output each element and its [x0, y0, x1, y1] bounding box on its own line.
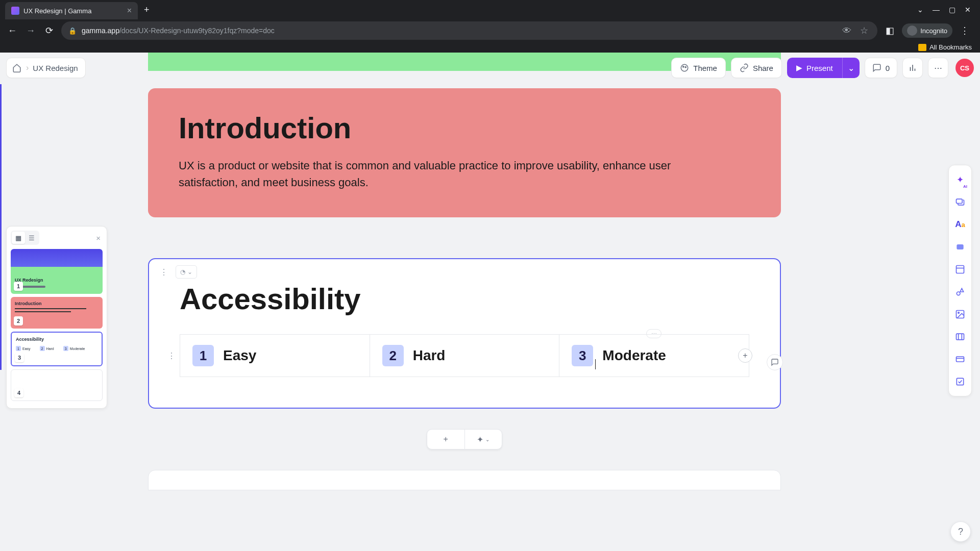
grid-view-button[interactable]: ▦: [12, 232, 25, 244]
present-button[interactable]: ▶ Present: [787, 58, 842, 78]
incognito-badge[interactable]: Incognito: [902, 23, 952, 38]
more-menu-button[interactable]: ⋯: [928, 58, 948, 78]
panel-icon[interactable]: ◧: [884, 25, 896, 36]
svg-rect-6: [957, 199, 963, 203]
add-comment-button[interactable]: [767, 354, 783, 370]
add-blank-card-button[interactable]: +: [427, 430, 464, 449]
svg-point-13: [958, 312, 960, 314]
video-button[interactable]: [951, 327, 969, 347]
numbered-list: ⋮ ⋯ 1 Easy 2 Hard 3 Moderate +: [180, 334, 749, 377]
canvas: Introduction UX is a product or website …: [148, 53, 781, 551]
thumbnail-2[interactable]: Introduction 2: [11, 297, 103, 329]
back-icon[interactable]: ←: [6, 26, 18, 36]
drag-handle-icon[interactable]: ⋮: [157, 265, 170, 279]
callout-button[interactable]: [951, 237, 969, 257]
question-icon: ?: [958, 527, 963, 537]
form-button[interactable]: [951, 371, 969, 392]
list-item[interactable]: 2 Hard: [370, 334, 560, 377]
theme-button[interactable]: Theme: [671, 58, 726, 78]
avatar[interactable]: CS: [955, 59, 974, 77]
close-panel-icon[interactable]: ×: [94, 232, 103, 244]
folder-icon: [918, 44, 926, 51]
list-item[interactable]: 1 Easy: [180, 334, 370, 377]
present-dropdown[interactable]: ⌄: [842, 58, 860, 78]
maximize-icon[interactable]: ▢: [949, 6, 955, 14]
link-icon: [740, 63, 749, 72]
svg-point-2: [685, 66, 686, 67]
url-bar[interactable]: 🔒 gamma.app/docs/UX-Redesign-utuw9ty82oy…: [61, 21, 877, 40]
nav-bar: ← → ⟳ 🔒 gamma.app/docs/UX-Redesign-utuw9…: [0, 19, 980, 42]
svg-rect-17: [957, 357, 964, 362]
text-formatting-button[interactable]: Aa: [951, 214, 969, 235]
chevron-down-icon: ⌄: [848, 63, 854, 73]
card-body[interactable]: UX is a product or website that is commo…: [179, 157, 704, 191]
visual-templates-button[interactable]: [951, 282, 969, 302]
minimize-icon[interactable]: —: [933, 6, 940, 14]
all-bookmarks-button[interactable]: All Bookmarks: [918, 43, 972, 51]
row-drag-handle-icon[interactable]: ⋮: [166, 348, 177, 363]
share-button[interactable]: Share: [731, 58, 782, 78]
breadcrumb[interactable]: › UX Redesign: [6, 58, 86, 78]
list-view-button[interactable]: ☰: [25, 232, 38, 244]
svg-rect-19: [957, 378, 963, 385]
thumb-badge: 4: [14, 388, 23, 397]
top-bar: › UX Redesign Theme Share ▶ Present: [0, 53, 980, 83]
palette-small-icon: ◔: [180, 268, 185, 276]
browser-menu-icon[interactable]: ⋮: [959, 25, 971, 36]
svg-rect-8: [957, 266, 964, 273]
image-button[interactable]: [951, 304, 969, 324]
thumb-badge: 2: [14, 316, 23, 325]
embed-icon: [955, 354, 965, 364]
list-item[interactable]: 3 Moderate: [559, 334, 749, 377]
filmstrip-panel: ▦ ☰ × UX Redesign 1 Introduction 2 Acces…: [6, 226, 107, 409]
list-item-label[interactable]: Easy: [223, 347, 256, 364]
card-empty[interactable]: [148, 470, 781, 490]
thumbnail-1[interactable]: UX Redesign 1: [11, 249, 103, 294]
thumbnail-3[interactable]: Accessibility 1Easy 2Hard 3Moderate 3: [11, 332, 103, 366]
reload-icon[interactable]: ⟳: [43, 25, 55, 36]
card-templates-button[interactable]: [951, 192, 969, 212]
tab-bar: UX Redesign | Gamma × + ⌄ — ▢ ✕: [0, 0, 980, 19]
shapes-icon: [955, 287, 965, 297]
card-style-button[interactable]: ◔ ⌄: [176, 265, 197, 279]
number-badge: 3: [572, 345, 593, 366]
comment-icon: [771, 358, 779, 366]
insert-rail: ✦ AI Aa: [948, 165, 972, 396]
list-item-label[interactable]: Hard: [413, 347, 446, 364]
chevron-right-icon: ›: [26, 63, 29, 72]
add-column-button[interactable]: +: [738, 348, 752, 363]
comments-button[interactable]: 0: [865, 58, 897, 78]
video-icon: [955, 332, 965, 342]
browser-tab[interactable]: UX Redesign | Gamma ×: [5, 2, 138, 19]
tab-dropdown-icon[interactable]: ⌄: [917, 6, 923, 14]
sparkle-icon: ✦: [477, 435, 483, 444]
embed-button[interactable]: [951, 349, 969, 369]
form-icon: [955, 377, 965, 387]
number-badge: 1: [192, 345, 214, 366]
list-item-label[interactable]: Moderate: [602, 347, 666, 364]
close-tab-icon[interactable]: ×: [127, 6, 132, 15]
selection-indicator: [0, 84, 2, 370]
bookmarks-bar: All Bookmarks: [0, 42, 980, 53]
comment-icon: [872, 63, 881, 72]
forward-icon[interactable]: →: [24, 26, 37, 36]
card-introduction[interactable]: Introduction UX is a product or website …: [148, 88, 781, 217]
new-tab-button[interactable]: +: [144, 5, 150, 15]
gamma-favicon: [11, 7, 19, 15]
add-ai-card-button[interactable]: ✦ ⌄: [464, 430, 502, 449]
star-icon[interactable]: ☆: [858, 25, 870, 36]
card-title[interactable]: Introduction: [179, 111, 750, 145]
ai-assist-button[interactable]: ✦ AI: [951, 169, 969, 190]
thumbnail-4[interactable]: 4: [11, 369, 103, 401]
analytics-button[interactable]: [902, 58, 923, 78]
browser-chrome: UX Redesign | Gamma × + ⌄ — ▢ ✕ ← → ⟳ 🔒 …: [0, 0, 980, 53]
card-title[interactable]: Accessibility: [180, 282, 749, 316]
present-group: ▶ Present ⌄: [787, 58, 860, 78]
incognito-eye-icon[interactable]: 👁: [841, 26, 853, 36]
layout-button[interactable]: [951, 259, 969, 280]
close-window-icon[interactable]: ✕: [965, 6, 971, 14]
card-accessibility[interactable]: ⋮ ◔ ⌄ Accessibility ⋮ ⋯ 1 Easy 2 Hard: [148, 258, 781, 409]
thumb-badge: 1: [14, 282, 23, 291]
help-button[interactable]: ?: [950, 521, 971, 542]
home-icon[interactable]: [12, 63, 22, 73]
